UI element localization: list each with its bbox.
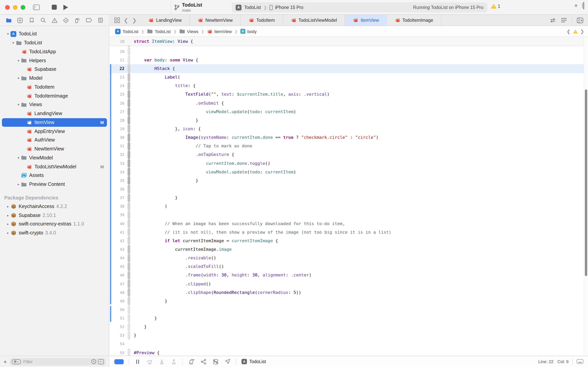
disclosure-open-icon[interactable]: ▾ [16, 103, 21, 107]
sidebar-item-TodoItem[interactable]: TodoItem [2, 83, 107, 92]
code-line-52[interactable]: 52 } [110, 323, 588, 331]
disclosure-open-icon[interactable]: ▾ [6, 32, 10, 36]
code-line-49[interactable]: 49 } [110, 297, 588, 305]
navigator-debug-button[interactable] [74, 16, 81, 24]
fold-ribbon[interactable] [127, 280, 130, 288]
fold-ribbon[interactable] [127, 262, 130, 271]
disclosure-closed-icon[interactable]: ▸ [6, 213, 10, 217]
breakpoints-toggle[interactable] [114, 359, 124, 364]
code-line-27[interactable]: 27 viewModel.update(todo: currentItem) [110, 107, 588, 116]
next-issue-button[interactable]: ❯ [580, 29, 584, 34]
tab-TodoListViewModel[interactable]: TodoListViewModel [283, 15, 345, 26]
sidebar-item-Helpers[interactable]: ▾Helpers [2, 56, 107, 65]
sidebar-item-TodoItemImage[interactable]: TodoItemImage [2, 92, 107, 100]
disclosure-open-icon[interactable]: ▾ [16, 58, 21, 62]
sidebar-item-Model[interactable]: ▾Model [2, 74, 107, 83]
fold-ribbon[interactable] [127, 331, 130, 340]
step-over-button[interactable] [146, 358, 153, 365]
code-line-42[interactable]: 42 if let currentItemImage = currentItem… [110, 236, 588, 245]
fold-ribbon[interactable] [127, 305, 130, 314]
code-line-54[interactable]: 54 [110, 340, 588, 348]
fold-ribbon[interactable] [127, 314, 130, 323]
code-line-39[interactable]: 39 [110, 211, 588, 219]
sidebar-item-NewItemView[interactable]: NewItemView [2, 145, 107, 154]
code-line-36[interactable]: 36 [110, 185, 588, 193]
fold-ribbon[interactable] [127, 107, 130, 116]
sidebar-item-TodoListViewModel[interactable]: TodoListViewModelM [2, 162, 107, 171]
view-hierarchy-button[interactable] [188, 358, 195, 365]
code-line-41[interactable]: 41 // (it is not nil), then show a previ… [110, 228, 588, 236]
scrollbar-track[interactable] [584, 37, 588, 356]
fold-ribbon[interactable] [127, 323, 130, 331]
fold-ribbon[interactable] [127, 219, 130, 228]
sidebar-item-TodoList[interactable]: ▾TodoList [2, 39, 107, 47]
fold-ribbon[interactable] [127, 56, 130, 64]
disclosure-closed-icon[interactable]: ▸ [6, 222, 10, 226]
simulate-location-button[interactable] [224, 358, 231, 365]
package-item-Supabase[interactable]: ▸Supabase2.10.1 [2, 211, 107, 220]
code-line-38[interactable]: 38 ) [110, 202, 588, 210]
fold-ribbon[interactable] [127, 193, 130, 202]
code-line-48[interactable]: 48 .clipShape(RoundedRectangle(cornerRad… [110, 288, 588, 297]
fold-ribbon[interactable] [127, 47, 130, 56]
fold-ribbon[interactable] [127, 142, 130, 150]
fold-ribbon[interactable] [127, 254, 130, 262]
scheme-selector[interactable]: A TodoList ❯ iPhone 15 Pro Running TodoL… [232, 2, 487, 12]
fold-ribbon[interactable] [127, 228, 130, 236]
code-line-55[interactable]: 55#Preview { [110, 348, 588, 356]
package-item-swift-crypto[interactable]: ▸swift-crypto3.4.0 [2, 229, 107, 238]
stop-button[interactable] [49, 2, 59, 12]
code-line-22[interactable]: 22 HStack { [110, 64, 588, 73]
recent-files-icon[interactable] [91, 359, 96, 364]
fold-ribbon[interactable] [127, 288, 130, 297]
code-line-32[interactable]: 32 .onTapGesture { [110, 150, 588, 159]
code-line-10[interactable]: 10struct ItemView: View { [110, 37, 193, 45]
scm-filter-icon[interactable]: +- [98, 359, 104, 364]
code-line-46[interactable]: 46 .frame(width: 30, height: 30, alignme… [110, 271, 588, 280]
code-line-43[interactable]: 43 currentItemImage.image [110, 245, 588, 254]
fold-ribbon[interactable] [127, 348, 130, 356]
fold-ribbon[interactable] [127, 159, 130, 167]
code-line-31[interactable]: 31 // Tap to mark as done [110, 142, 588, 150]
code-line-23[interactable]: 23 Label( [110, 73, 588, 82]
navigator-bookmarks-button[interactable] [28, 16, 35, 24]
breadcrumb-item-TodoList[interactable]: ATodoList [115, 29, 138, 34]
disclosure-closed-icon[interactable]: ▸ [6, 204, 10, 209]
code-line-50[interactable]: 50 [110, 305, 588, 314]
sidebar-item-ViewModel[interactable]: ▾ViewModel [2, 153, 107, 162]
breadcrumb-item-TodoList[interactable]: TodoList [147, 29, 171, 34]
code-line-24[interactable]: 24 title: { [110, 82, 588, 90]
filter-field[interactable]: ▾ Filter +- [10, 358, 106, 365]
code-line-37[interactable]: 37 } [110, 193, 588, 202]
code-editor[interactable]: 19 @Environment(TodoListViewModel.self) … [110, 37, 588, 356]
code-line-40[interactable]: 40 // When an image has been successfull… [110, 219, 588, 228]
related-items-icon[interactable] [114, 17, 120, 23]
fold-ribbon[interactable] [127, 176, 130, 185]
tab-LandingView[interactable]: LandingView [141, 15, 190, 26]
close-button[interactable] [5, 5, 10, 9]
back-button[interactable]: ❮ [124, 17, 128, 23]
code-line-26[interactable]: 26 .onSubmit { [110, 99, 588, 107]
process-chip[interactable]: A TodoList [242, 359, 266, 364]
fold-ribbon[interactable] [127, 150, 130, 159]
fold-ribbon[interactable] [127, 133, 130, 142]
sidebar-item-AuthView[interactable]: AuthView [2, 136, 107, 145]
sidebar-item-Views[interactable]: ▾Views [2, 100, 107, 109]
memory-graph-button[interactable] [200, 358, 207, 365]
navigator-source-control-button[interactable] [16, 16, 24, 24]
code-line-29[interactable]: 29 }, icon: { [110, 125, 588, 133]
pause-button[interactable] [134, 358, 141, 365]
fold-ribbon[interactable] [127, 211, 130, 219]
editor-options-icon[interactable] [561, 18, 567, 23]
fold-ribbon[interactable] [127, 116, 130, 125]
code-line-30[interactable]: 30 Image(systemName: currentItem.done ==… [110, 133, 588, 142]
disclosure-open-icon[interactable]: ▾ [11, 41, 15, 45]
new-tab-button[interactable]: + [574, 2, 578, 9]
code-line-25[interactable]: 25 TextField("", text: $currentItem.titl… [110, 90, 588, 99]
package-item-swift-concurrency-extras[interactable]: ▸swift-concurrency-extras1.1.0 [2, 220, 107, 229]
code-line-34[interactable]: 34 viewModel.update(todo: currentItem) [110, 167, 588, 176]
warning-badge[interactable]: ! 1 [491, 3, 500, 9]
fold-ribbon[interactable] [127, 245, 130, 254]
navigator-project-button[interactable] [5, 16, 12, 24]
keyboard-toggle-icon[interactable] [577, 359, 583, 364]
